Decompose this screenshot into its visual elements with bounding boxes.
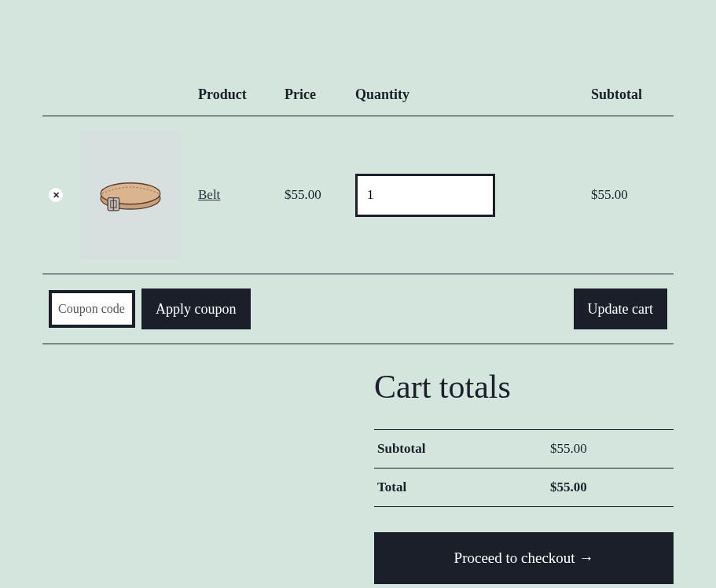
col-header-remove xyxy=(42,79,74,116)
product-subtotal: $55.00 xyxy=(585,116,674,274)
col-header-product: Product xyxy=(192,79,278,116)
total-label: Total xyxy=(374,469,547,507)
cart-table: Product Price Quantity Subtotal ✕ xyxy=(42,79,674,344)
cart-item-row: ✕ Bel xyxy=(42,116,674,274)
cart-page: Product Price Quantity Subtotal ✕ xyxy=(0,0,716,584)
cart-totals-heading: Cart totals xyxy=(374,368,674,406)
apply-coupon-button[interactable]: Apply coupon xyxy=(141,288,251,329)
subtotal-label: Subtotal xyxy=(374,430,547,469)
col-header-subtotal: Subtotal xyxy=(585,79,674,116)
subtotal-row: Subtotal $55.00 xyxy=(374,430,674,469)
product-name-link[interactable]: Belt xyxy=(198,187,220,202)
belt-icon xyxy=(95,171,166,219)
total-value: $55.00 xyxy=(547,469,674,507)
col-header-thumbnail xyxy=(74,79,192,116)
cart-totals-table: Subtotal $55.00 Total $55.00 xyxy=(374,429,674,507)
col-header-quantity: Quantity xyxy=(349,79,585,116)
update-cart-button[interactable]: Update cart xyxy=(574,288,667,329)
coupon-code-input[interactable] xyxy=(49,290,135,328)
total-row: Total $55.00 xyxy=(374,469,674,507)
coupon-section: Apply coupon xyxy=(49,288,251,329)
product-thumbnail[interactable] xyxy=(80,130,181,259)
cart-actions-row: Apply coupon Update cart xyxy=(42,274,674,344)
remove-item-button[interactable]: ✕ xyxy=(49,188,63,202)
cart-totals-section: Cart totals Subtotal $55.00 Total $55.00… xyxy=(374,368,674,584)
product-price: $55.00 xyxy=(278,116,349,274)
col-header-price: Price xyxy=(278,79,349,116)
proceed-to-checkout-button[interactable]: Proceed to checkout → xyxy=(374,532,674,584)
quantity-input[interactable] xyxy=(355,174,495,217)
close-icon: ✕ xyxy=(53,191,60,200)
subtotal-value: $55.00 xyxy=(547,430,674,469)
